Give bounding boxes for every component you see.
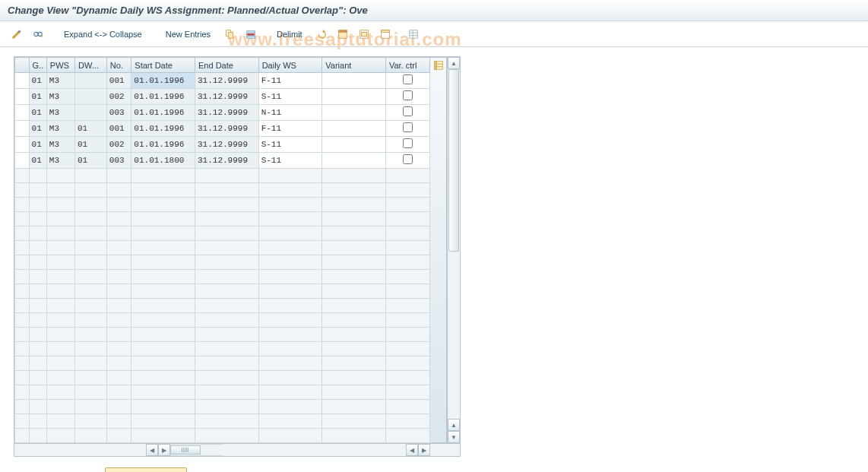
cell-empty[interactable] bbox=[29, 313, 46, 328]
cell-empty[interactable] bbox=[131, 198, 195, 212]
cell-g[interactable]: 01 bbox=[29, 121, 46, 137]
cell-empty[interactable] bbox=[322, 169, 386, 183]
cell-g[interactable]: 01 bbox=[29, 105, 46, 121]
cell-empty[interactable] bbox=[385, 356, 429, 371]
cell-empty[interactable] bbox=[29, 385, 46, 400]
cell-empty[interactable] bbox=[106, 414, 131, 429]
cell-empty[interactable] bbox=[46, 342, 74, 356]
cell-pws[interactable]: M3 bbox=[46, 137, 74, 153]
cell-empty[interactable] bbox=[46, 356, 74, 371]
cell-var-ctrl[interactable] bbox=[385, 105, 429, 121]
cell-empty[interactable] bbox=[29, 183, 46, 198]
row-select-cell[interactable] bbox=[15, 328, 30, 342]
cell-empty[interactable] bbox=[258, 400, 322, 414]
cell-empty[interactable] bbox=[322, 241, 386, 255]
cell-empty[interactable] bbox=[46, 255, 74, 270]
cell-empty[interactable] bbox=[258, 371, 322, 385]
cell-empty[interactable] bbox=[195, 371, 259, 385]
cell-no[interactable]: 002 bbox=[106, 137, 131, 153]
cell-empty[interactable] bbox=[29, 270, 46, 284]
cell-empty[interactable] bbox=[46, 429, 74, 443]
cell-empty[interactable] bbox=[322, 299, 386, 313]
cell-empty[interactable] bbox=[195, 169, 259, 183]
column-scroll-up-button[interactable]: ▲ bbox=[448, 419, 460, 431]
cell-empty[interactable] bbox=[385, 313, 429, 328]
cell-start-date[interactable]: 01.01.1996 bbox=[131, 89, 195, 105]
select-block-button[interactable] bbox=[355, 26, 373, 43]
cell-empty[interactable] bbox=[74, 255, 106, 270]
cell-end-date[interactable]: 31.12.9999 bbox=[195, 137, 259, 153]
cell-dw[interactable]: 01 bbox=[74, 137, 106, 153]
cell-empty[interactable] bbox=[106, 313, 131, 328]
cell-end-date[interactable]: 31.12.9999 bbox=[195, 153, 259, 169]
cell-empty[interactable] bbox=[258, 270, 322, 284]
row-select-cell[interactable] bbox=[15, 284, 30, 299]
cell-empty[interactable] bbox=[131, 371, 195, 385]
cell-empty[interactable] bbox=[385, 183, 429, 198]
cell-start-date[interactable]: 01.01.1996 bbox=[131, 137, 195, 153]
cell-empty[interactable] bbox=[74, 299, 106, 313]
row-select-cell[interactable] bbox=[15, 270, 30, 284]
cell-empty[interactable] bbox=[258, 183, 322, 198]
row-select-cell[interactable] bbox=[15, 153, 30, 169]
cell-empty[interactable] bbox=[385, 212, 429, 226]
cell-empty[interactable] bbox=[29, 356, 46, 371]
cell-empty[interactable] bbox=[29, 198, 46, 212]
vertical-scrollbar[interactable]: ▲ ▲ ▼ bbox=[447, 57, 460, 443]
cell-empty[interactable] bbox=[385, 414, 429, 429]
cell-empty[interactable] bbox=[29, 255, 46, 270]
cell-empty[interactable] bbox=[131, 400, 195, 414]
cell-empty[interactable] bbox=[385, 226, 429, 241]
row-select-cell[interactable] bbox=[15, 105, 30, 121]
cell-empty[interactable] bbox=[322, 226, 386, 241]
cell-empty[interactable] bbox=[195, 429, 259, 443]
cell-empty[interactable] bbox=[131, 328, 195, 342]
row-select-cell[interactable] bbox=[15, 429, 30, 443]
cell-empty[interactable] bbox=[74, 169, 106, 183]
table-settings-corner-button[interactable] bbox=[430, 57, 447, 443]
cell-empty[interactable] bbox=[385, 255, 429, 270]
cell-empty[interactable] bbox=[46, 313, 74, 328]
cell-empty[interactable] bbox=[74, 212, 106, 226]
cell-dw[interactable] bbox=[74, 105, 106, 121]
cell-empty[interactable] bbox=[106, 371, 131, 385]
cell-empty[interactable] bbox=[385, 198, 429, 212]
cell-empty[interactable] bbox=[131, 385, 195, 400]
cell-empty[interactable] bbox=[258, 356, 322, 371]
cell-empty[interactable] bbox=[74, 328, 106, 342]
cell-empty[interactable] bbox=[195, 241, 259, 255]
cell-var-ctrl[interactable] bbox=[385, 137, 429, 153]
cell-empty[interactable] bbox=[74, 241, 106, 255]
cell-empty[interactable] bbox=[385, 385, 429, 400]
cell-empty[interactable] bbox=[322, 328, 386, 342]
row-select-cell[interactable] bbox=[15, 121, 30, 137]
col-header-select[interactable] bbox=[15, 58, 30, 73]
cell-empty[interactable] bbox=[46, 212, 74, 226]
cell-empty[interactable] bbox=[106, 385, 131, 400]
col-header-varctrl[interactable]: Var. ctrl bbox=[385, 58, 429, 73]
cell-variant[interactable] bbox=[322, 73, 386, 89]
cell-empty[interactable] bbox=[258, 212, 322, 226]
cell-dw[interactable]: 01 bbox=[74, 153, 106, 169]
cell-empty[interactable] bbox=[74, 429, 106, 443]
delete-button[interactable] bbox=[242, 26, 260, 43]
cell-start-date[interactable]: 01.01.1996 bbox=[131, 121, 195, 137]
cell-empty[interactable] bbox=[29, 284, 46, 299]
cell-g[interactable]: 01 bbox=[29, 73, 46, 89]
cell-empty[interactable] bbox=[106, 226, 131, 241]
cell-empty[interactable] bbox=[106, 198, 131, 212]
cell-start-date[interactable]: 01.01.1996 bbox=[131, 73, 195, 89]
cell-empty[interactable] bbox=[29, 371, 46, 385]
cell-empty[interactable] bbox=[29, 226, 46, 241]
cell-empty[interactable] bbox=[106, 183, 131, 198]
cell-empty[interactable] bbox=[131, 169, 195, 183]
scroll-up-button[interactable]: ▲ bbox=[448, 57, 460, 69]
cell-empty[interactable] bbox=[29, 414, 46, 429]
cell-empty[interactable] bbox=[106, 270, 131, 284]
cell-empty[interactable] bbox=[74, 356, 106, 371]
scroll-left-button-2[interactable]: ◀ bbox=[406, 444, 418, 456]
horizontal-scroll-track-1[interactable] bbox=[170, 444, 223, 456]
cell-empty[interactable] bbox=[74, 183, 106, 198]
cell-empty[interactable] bbox=[29, 212, 46, 226]
cell-empty[interactable] bbox=[46, 414, 74, 429]
